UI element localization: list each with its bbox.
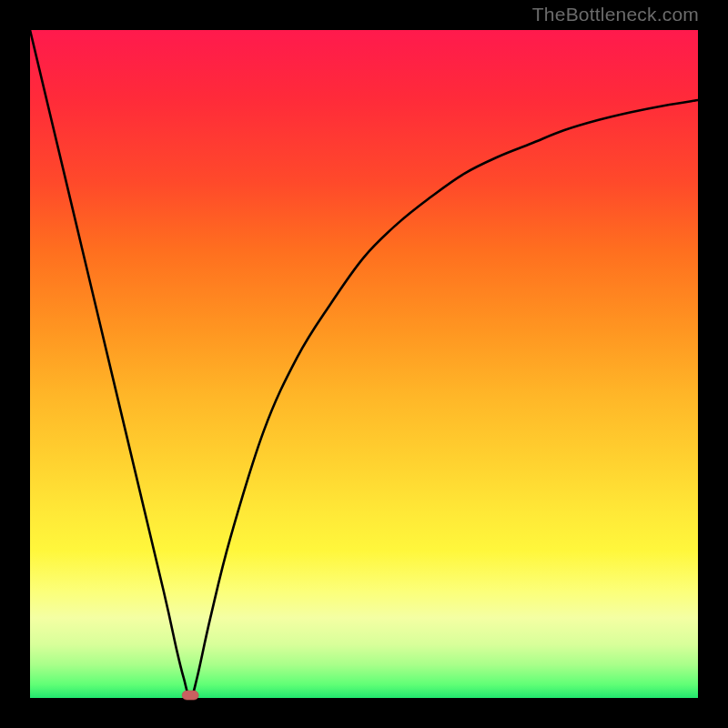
watermark-text: TheBottleneck.com [532, 4, 699, 25]
bottleneck-curve [30, 30, 698, 698]
plot-area [30, 30, 698, 698]
curve-minimum-marker [182, 691, 198, 700]
chart-frame: TheBottleneck.com [0, 0, 728, 728]
